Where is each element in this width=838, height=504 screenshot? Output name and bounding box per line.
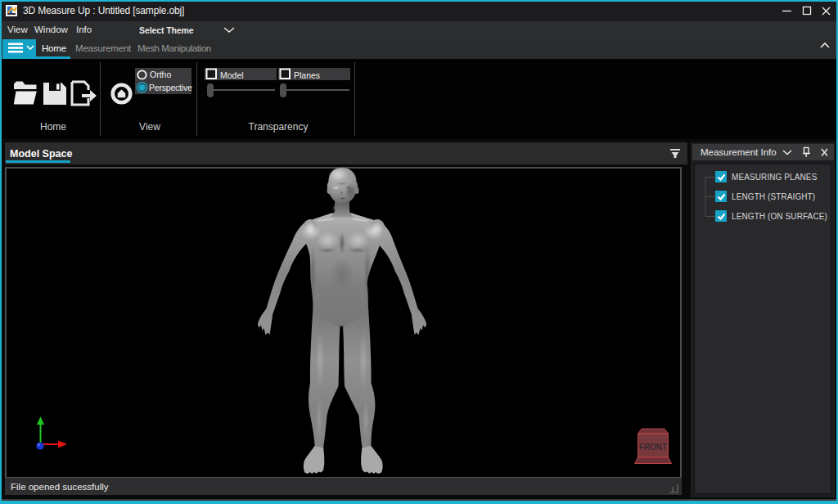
svg-text:FRONT: FRONT — [639, 443, 667, 452]
